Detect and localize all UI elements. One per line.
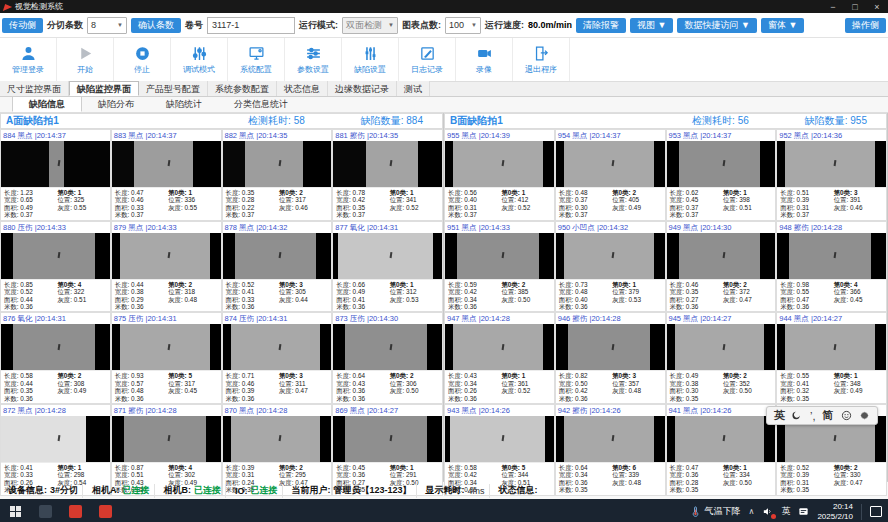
defect-image[interactable] <box>223 324 332 370</box>
defect-cell[interactable]: 872 黑点 |20:14:28长度: 0.41宽度: 0.33面积: 0.26… <box>0 404 111 496</box>
defect-cell[interactable]: 874 压伤 |20:14:31长度: 0.71宽度: 0.46面积: 0.39… <box>222 312 333 404</box>
defect-cell[interactable]: 877 氧化 |20:14:31长度: 0.66宽度: 0.49面积: 0.41… <box>332 221 443 313</box>
defect-cell[interactable]: 878 黑点 |20:14:32长度: 0.52宽度: 0.41面积: 0.33… <box>222 221 333 313</box>
tab-defect-monitor[interactable]: 缺陷监控界面 <box>69 81 139 96</box>
defect-image[interactable] <box>333 141 442 187</box>
defect-image[interactable] <box>112 324 221 370</box>
defect-cell[interactable]: 879 黑点 |20:14:33长度: 0.44宽度: 0.38面积: 0.29… <box>111 221 222 313</box>
tab-test[interactable]: 测试 <box>397 81 430 96</box>
defect-cell[interactable]: 948 擦伤 |20:14:28长度: 0.98宽度: 0.55面积: 0.47… <box>776 221 887 313</box>
smiley-icon[interactable] <box>841 410 852 421</box>
defect-cell[interactable]: 875 压伤 |20:14:31长度: 0.93宽度: 0.57面积: 0.48… <box>111 312 222 404</box>
view-menu-button[interactable]: 视图 ▼ <box>630 18 673 33</box>
confirm-count-button[interactable]: 确认条数 <box>131 18 181 33</box>
defect-image[interactable] <box>1 141 110 187</box>
defect-cell[interactable]: 946 擦伤 |20:14:28长度: 0.82宽度: 0.50面积: 0.42… <box>555 312 666 404</box>
defect-image[interactable] <box>112 141 221 187</box>
subtab-class-info-statistics[interactable]: 分类信息统计 <box>218 96 304 112</box>
defect-cell[interactable]: 954 黑点 |20:14:37长度: 0.48宽度: 0.37面积: 0.30… <box>555 129 666 221</box>
taskbar-app-explorer[interactable] <box>30 499 60 522</box>
window-menu-button[interactable]: 窗体 ▼ <box>761 18 804 33</box>
clear-alarm-button[interactable]: 清除报警 <box>576 18 626 33</box>
ime-lang-en-button[interactable]: 英 <box>774 408 785 423</box>
defect-image[interactable] <box>445 416 554 462</box>
defect-cell[interactable]: 883 黑点 |20:14:37长度: 0.47宽度: 0.46面积: 0.33… <box>111 129 222 221</box>
defect-cell[interactable]: 870 黑点 |20:14:28长度: 0.39宽度: 0.31面积: 0.24… <box>222 404 333 496</box>
subtab-defect-info[interactable]: 缺陷信息 <box>12 96 82 112</box>
taskbar-weather[interactable]: 气温下降 <box>690 505 741 518</box>
defect-cell[interactable]: 882 黑点 |20:14:35长度: 0.35宽度: 0.28面积: 0.22… <box>222 129 333 221</box>
tab-product-model-config[interactable]: 产品型号配置 <box>139 81 208 96</box>
close-button[interactable]: × <box>866 2 888 12</box>
defect-image[interactable] <box>445 141 554 187</box>
defect-cell[interactable]: 955 黑点 |20:14:39长度: 0.56宽度: 0.40面积: 0.31… <box>444 129 555 221</box>
defect-image[interactable] <box>777 324 886 370</box>
start-button[interactable]: 开始 <box>57 38 114 81</box>
volume-icon[interactable] <box>762 506 773 517</box>
defect-cell[interactable]: 880 压伤 |20:14:33长度: 0.85宽度: 0.52面积: 0.44… <box>0 221 111 313</box>
ime-lang-cn-button[interactable]: 简 <box>823 408 834 423</box>
defect-cell[interactable]: 941 黑点 |20:14:26长度: 0.47宽度: 0.36面积: 0.28… <box>666 404 777 496</box>
taskbar-app-red[interactable] <box>60 499 90 522</box>
defect-image[interactable] <box>112 233 221 279</box>
defect-image[interactable] <box>556 233 665 279</box>
exit-program-button[interactable]: 退出程序 <box>513 38 570 81</box>
start-button[interactable] <box>0 499 30 522</box>
tab-status-info[interactable]: 状态信息 <box>277 81 328 96</box>
defect-image[interactable] <box>667 324 776 370</box>
ime-punctuation-button[interactable]: ’, <box>810 410 816 422</box>
tab-system-param-config[interactable]: 系统参数配置 <box>208 81 277 96</box>
defect-image[interactable] <box>445 324 554 370</box>
operator-side-button[interactable]: 操作侧 <box>845 18 886 33</box>
ime-mode-icon[interactable] <box>798 506 809 517</box>
defect-image[interactable] <box>667 141 776 187</box>
defect-image[interactable] <box>333 233 442 279</box>
defect-cell[interactable]: 947 黑点 |20:14:28长度: 0.43宽度: 0.34面积: 0.26… <box>444 312 555 404</box>
defect-settings-button[interactable]: 缺陷设置 <box>342 38 399 81</box>
defect-image[interactable] <box>777 141 886 187</box>
run-mode-select[interactable]: 双面检测▼ <box>342 17 398 34</box>
taskbar-app-inspection-active[interactable] <box>90 499 120 522</box>
minimize-button[interactable]: − <box>822 2 844 12</box>
defect-image[interactable] <box>556 324 665 370</box>
defect-cell[interactable]: 943 黑点 |20:14:26长度: 0.58宽度: 0.42面积: 0.34… <box>444 404 555 496</box>
defect-image[interactable] <box>556 416 665 462</box>
slit-count-select[interactable]: 8▼ <box>87 17 127 34</box>
stop-button[interactable]: 停止 <box>114 38 171 81</box>
action-center-icon[interactable] <box>870 506 882 517</box>
tab-size-monitor[interactable]: 尺寸监控界面 <box>0 81 69 96</box>
roll-number-input[interactable]: 3117-1 <box>207 17 295 34</box>
parameter-settings-button[interactable]: 参数设置 <box>285 38 342 81</box>
debug-mode-button[interactable]: 调试模式 <box>171 38 228 81</box>
defect-cell[interactable]: 873 压伤 |20:14:30长度: 0.64宽度: 0.43面积: 0.36… <box>332 312 443 404</box>
subtab-defect-statistics[interactable]: 缺陷统计 <box>150 96 218 112</box>
defect-cell[interactable]: 869 黑点 |20:14:27长度: 0.45宽度: 0.36面积: 0.27… <box>332 404 443 496</box>
subtab-defect-distribution[interactable]: 缺陷分布 <box>82 96 150 112</box>
system-config-button[interactable]: 系统配置 <box>228 38 285 81</box>
defect-cell[interactable]: 876 氧化 |20:14:31长度: 0.58宽度: 0.44面积: 0.35… <box>0 312 111 404</box>
tray-expand-chevron[interactable]: ∧ <box>749 507 755 516</box>
gear-icon[interactable] <box>859 410 870 421</box>
maximize-button[interactable]: □ <box>844 2 866 12</box>
defect-image[interactable] <box>667 233 776 279</box>
chart-points-select[interactable]: 100▼ <box>445 17 481 34</box>
defect-image[interactable] <box>1 324 110 370</box>
defect-cell[interactable]: 950 小凹点 |20:14:32长度: 0.73宽度: 0.48面积: 0.4… <box>555 221 666 313</box>
defect-image[interactable] <box>112 416 221 462</box>
video-record-button[interactable]: 录像 <box>456 38 513 81</box>
defect-image[interactable] <box>223 141 332 187</box>
data-quick-access-menu-button[interactable]: 数据快捷访问 ▼ <box>677 18 756 33</box>
drive-side-button[interactable]: 传动侧 <box>2 18 43 33</box>
defect-image[interactable] <box>333 416 442 462</box>
defect-cell[interactable]: 942 擦伤 |20:14:26长度: 0.64宽度: 0.34面积: 0.36… <box>555 404 666 496</box>
defect-image[interactable] <box>1 416 110 462</box>
tab-edge-data-record[interactable]: 边缘数据记录 <box>328 81 397 96</box>
taskbar-clock[interactable]: 20:14 2025/2/10 <box>817 502 853 521</box>
defect-image[interactable] <box>445 233 554 279</box>
log-record-button[interactable]: 日志记录 <box>399 38 456 81</box>
defect-image[interactable] <box>333 324 442 370</box>
defect-cell[interactable]: 945 黑点 |20:14:27长度: 0.49宽度: 0.38面积: 0.30… <box>666 312 777 404</box>
defect-cell[interactable]: 949 黑点 |20:14:30长度: 0.46宽度: 0.35面积: 0.27… <box>666 221 777 313</box>
defect-cell[interactable]: 881 擦伤 |20:14:35长度: 0.78宽度: 0.42面积: 0.35… <box>332 129 443 221</box>
defect-image[interactable] <box>777 233 886 279</box>
